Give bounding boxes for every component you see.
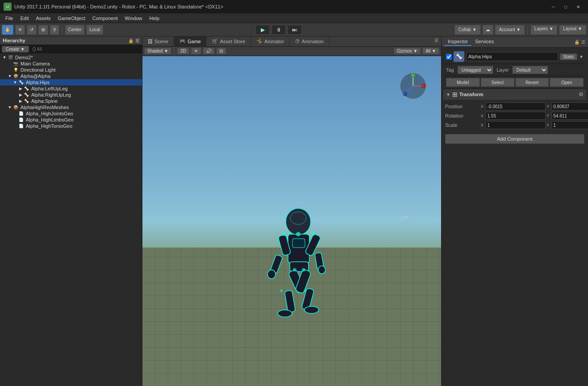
- object-name-input[interactable]: [466, 52, 558, 61]
- rotate-tool[interactable]: ↺: [27, 25, 36, 35]
- tab-inspector[interactable]: Inspector: [444, 38, 471, 46]
- effects-button[interactable]: ⊟: [216, 48, 226, 54]
- menu-assets[interactable]: Assets: [32, 15, 54, 22]
- tree-item-spine[interactable]: ▶ 🦴 Alpha:Spine: [0, 98, 142, 104]
- gizmos-button[interactable]: Gizmos ▼: [394, 48, 421, 54]
- tree-item-main-camera[interactable]: 📷 Main Camera: [0, 61, 142, 67]
- menu-gameobject[interactable]: GameObject: [54, 15, 89, 22]
- hierarchy-header-left: Hierarchy: [3, 38, 25, 43]
- center-toggle[interactable]: Center: [65, 25, 85, 35]
- hand-tool[interactable]: ✋: [2, 25, 13, 35]
- scale-tool[interactable]: ⊞: [38, 25, 48, 35]
- pos-y-input[interactable]: [552, 102, 588, 110]
- local-toggle[interactable]: Local: [86, 25, 103, 35]
- asset-store-tab-label: Asset Store: [220, 39, 245, 44]
- 2d-button[interactable]: 2D: [177, 48, 189, 54]
- title-bar: U Unity 2017.1.1f1 Personal (64bit) - De…: [0, 0, 588, 13]
- object-active-checkbox[interactable]: [446, 54, 452, 60]
- animation-tab-icon: ⏱: [295, 39, 300, 44]
- svg-point-17: [296, 232, 300, 236]
- maximize-button[interactable]: □: [560, 2, 572, 11]
- cloud-button[interactable]: ☁: [483, 25, 493, 35]
- tree-item-high-limbs[interactable]: 📄 Alpha_HighLimbsGeo: [0, 117, 142, 123]
- pause-button[interactable]: ⏸: [272, 25, 286, 35]
- rot-x-input[interactable]: [486, 112, 546, 120]
- tree-item-alpha-alpha[interactable]: ▼ 📦 Alpha@Alpha: [0, 73, 142, 79]
- label-camera: Main Camera: [20, 61, 50, 66]
- tree-item-high-torso[interactable]: 📄 Alpha_HighTorsoGeo: [0, 123, 142, 129]
- icon-light: 💡: [13, 68, 18, 72]
- tree-item-right-up-leg[interactable]: ▶ 🦴 Alpha:RightUpLeg: [0, 92, 142, 98]
- tab-animation[interactable]: ⏱ Animation: [290, 37, 329, 46]
- menu-window[interactable]: Window: [121, 15, 146, 22]
- sound-button[interactable]: 🔊: [203, 48, 215, 54]
- menu-file[interactable]: File: [2, 15, 17, 22]
- hierarchy-header: Hierarchy 🔒 ☰: [0, 37, 142, 45]
- hierarchy-create-button[interactable]: Create ▼: [2, 46, 29, 53]
- revert-button[interactable]: Revert: [515, 78, 549, 87]
- tree-item-directional-light[interactable]: 💡 Directional Light: [0, 67, 142, 73]
- tab-scene[interactable]: 🖼 Scene: [142, 37, 174, 46]
- tab-animator[interactable]: 🤸 Animator: [251, 37, 290, 46]
- select-button[interactable]: Select: [481, 78, 515, 87]
- pos-x-item: X: [481, 102, 546, 110]
- menu-help[interactable]: Help: [146, 15, 163, 22]
- menu-edit[interactable]: Edit: [17, 15, 32, 22]
- label-hires: AlphaHighResMeshes: [20, 105, 69, 110]
- close-button[interactable]: ✕: [572, 2, 584, 11]
- minimize-button[interactable]: ─: [547, 2, 560, 11]
- light-button[interactable]: ☀: [191, 48, 201, 54]
- hierarchy-search-input[interactable]: [31, 46, 140, 52]
- svg-point-9: [318, 266, 325, 274]
- move-tool[interactable]: ✛: [15, 25, 25, 35]
- transform-gear-icon[interactable]: ⚙: [579, 91, 584, 98]
- axis-gizmo-svg: Y X Z: [399, 72, 428, 101]
- layer-select[interactable]: Default: [512, 66, 548, 74]
- collab-button[interactable]: Collab ▼: [454, 25, 481, 35]
- static-dropdown-icon[interactable]: ▼: [579, 54, 584, 59]
- scene-viewport: Y X Z ← Left: [142, 56, 441, 386]
- arrow-alpha-alpha: ▼: [7, 74, 12, 78]
- label-joints: Alpha_HighJointsGeo: [26, 111, 73, 116]
- layers-button[interactable]: Layers ▼: [531, 25, 558, 35]
- layout-button[interactable]: Layout ▼: [559, 25, 586, 35]
- rot-y-input[interactable]: [552, 112, 588, 120]
- static-button[interactable]: Static: [560, 53, 577, 60]
- inspector-header-right: 🔒 ☰: [574, 40, 585, 45]
- inspector-lock-icon[interactable]: 🔒: [574, 40, 580, 45]
- tab-asset-store[interactable]: 🛒 Asset Store: [207, 37, 251, 46]
- object-name-row: 🦴 Static ▼: [443, 49, 586, 64]
- tag-select[interactable]: Untagged: [458, 66, 493, 74]
- pos-x-input[interactable]: [486, 102, 546, 110]
- shaded-button[interactable]: Shaded ▼: [144, 48, 171, 54]
- transform-expand-arrow[interactable]: ▼: [446, 92, 450, 97]
- window-controls: ─ □ ✕: [547, 2, 584, 11]
- tree-item-alpha-hires[interactable]: ▼ 📦 AlphaHighResMeshes: [0, 104, 142, 110]
- account-button[interactable]: Account ▼: [495, 25, 525, 35]
- scale-y-input[interactable]: [552, 121, 588, 129]
- tree-item-demo2[interactable]: ▼ 🎬 Demo2*: [0, 54, 142, 61]
- play-button[interactable]: ▶: [255, 25, 270, 35]
- menu-component[interactable]: Component: [89, 15, 121, 22]
- tree-item-left-up-leg[interactable]: ▶ 🦴 Alpha:LeftUpLeg: [0, 85, 142, 92]
- model-button[interactable]: Model: [446, 78, 480, 87]
- tab-game[interactable]: 🎮 Game: [174, 37, 207, 46]
- svg-point-0: [286, 208, 311, 235]
- scene-menu-icon[interactable]: ☰: [432, 37, 441, 46]
- object-icon: 🦴: [454, 51, 464, 62]
- arrow-spine: ▶: [18, 99, 23, 103]
- open-button[interactable]: Open: [550, 78, 584, 87]
- add-component-button[interactable]: Add Component: [445, 134, 584, 144]
- all-button[interactable]: All ▼: [422, 48, 439, 54]
- rect-tool[interactable]: ⚲: [50, 25, 59, 35]
- tab-services[interactable]: Services: [471, 38, 497, 46]
- hierarchy-title: Hierarchy: [3, 38, 25, 43]
- scale-x-input[interactable]: [486, 121, 546, 129]
- transform-icon: ⊞: [452, 91, 458, 98]
- tree-item-alpha-hips[interactable]: ▼ 🦴 Alpha:Hips: [0, 79, 142, 85]
- step-button[interactable]: ⏭: [288, 25, 302, 35]
- hierarchy-menu-icon[interactable]: ☰: [135, 38, 139, 43]
- label-hips: Alpha:Hips: [26, 80, 49, 85]
- inspector-menu-icon[interactable]: ☰: [581, 40, 585, 45]
- tree-item-high-joints[interactable]: 📄 Alpha_HighJointsGeo: [0, 110, 142, 117]
